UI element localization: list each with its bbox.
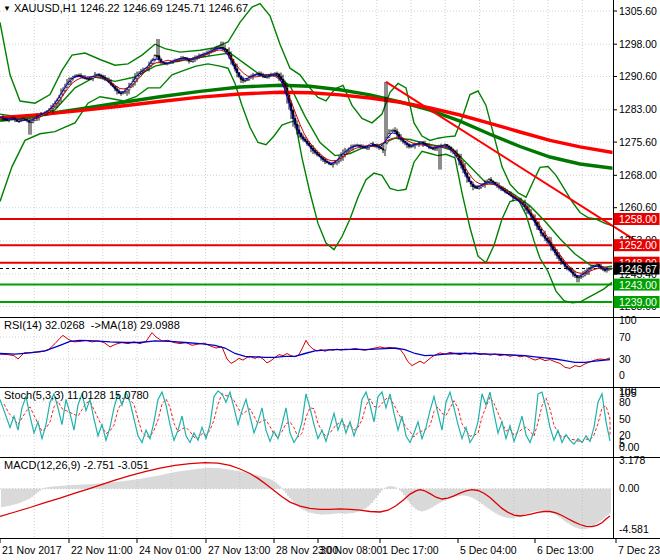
svg-text:50: 50 bbox=[619, 413, 631, 425]
svg-text:1260.60: 1260.60 bbox=[619, 201, 657, 213]
stoch-indicator-label: Stoch(5,3,3) 11.0128 15.0780 bbox=[4, 389, 149, 401]
svg-text:22 Nov 11:00: 22 Nov 11:00 bbox=[71, 544, 133, 556]
svg-text:0.00: 0.00 bbox=[619, 482, 640, 494]
price-badge-1252.00[interactable]: 1252.00 bbox=[614, 239, 660, 251]
price-badge-1243.00[interactable]: 1243.00 bbox=[614, 279, 660, 291]
svg-text:3.178: 3.178 bbox=[619, 454, 645, 466]
symbol-ohlc-text: XAUUSD,H1 1246.22 1246.69 1245.71 1246.6… bbox=[14, 2, 248, 14]
svg-text:1268.00: 1268.00 bbox=[619, 169, 657, 181]
svg-text:0.00: 0.00 bbox=[619, 441, 640, 453]
svg-text:7 Dec 23:00: 7 Dec 23:00 bbox=[618, 544, 660, 556]
chart-canvas[interactable]: 1305.601298.001290.601283.001275.601268.… bbox=[0, 0, 660, 560]
svg-text:1275.60: 1275.60 bbox=[619, 136, 657, 148]
price-badge-1239.00[interactable]: 1239.00 bbox=[614, 296, 660, 308]
svg-text:100: 100 bbox=[619, 314, 637, 326]
mt4-chart-window: { "header": { "symbol_ohlc": "XAUUSD,H1 … bbox=[0, 0, 660, 560]
svg-text:1239.00: 1239.00 bbox=[619, 296, 657, 308]
svg-text:-4.581: -4.581 bbox=[619, 523, 649, 535]
svg-text:1246.67: 1246.67 bbox=[619, 263, 657, 275]
svg-text:1298.00: 1298.00 bbox=[619, 38, 657, 50]
svg-text:1243.00: 1243.00 bbox=[619, 279, 657, 291]
svg-text:5 Dec 04:00: 5 Dec 04:00 bbox=[460, 544, 517, 556]
svg-text:30 Nov 08:00: 30 Nov 08:00 bbox=[320, 544, 383, 556]
svg-text:6 Dec 13:00: 6 Dec 13:00 bbox=[537, 544, 594, 556]
symbol-dropdown-icon[interactable]: ▼ bbox=[3, 4, 11, 13]
svg-text:0: 0 bbox=[619, 369, 625, 381]
svg-text:1252.00: 1252.00 bbox=[619, 239, 657, 251]
svg-text:1 Dec 17:00: 1 Dec 17:00 bbox=[382, 544, 439, 556]
rsi-indicator-label: RSI(14) 32.0268 ->MA(18) 29.0988 bbox=[4, 319, 180, 331]
svg-text:70: 70 bbox=[619, 331, 631, 343]
svg-text:27 Nov 13:00: 27 Nov 13:00 bbox=[208, 544, 271, 556]
svg-text:1305.60: 1305.60 bbox=[619, 5, 657, 17]
price-badge-1246.67[interactable]: 1246.67 bbox=[614, 263, 660, 275]
svg-text:21 Nov 2017: 21 Nov 2017 bbox=[2, 544, 62, 556]
svg-text:1258.00: 1258.00 bbox=[619, 213, 657, 225]
svg-text:1290.60: 1290.60 bbox=[619, 70, 657, 82]
svg-text:1283.00: 1283.00 bbox=[619, 103, 657, 115]
svg-text:80: 80 bbox=[619, 396, 631, 408]
price-badge-1258.00[interactable]: 1258.00 bbox=[614, 213, 660, 225]
symbol-header: ▼XAUUSD,H1 1246.22 1246.69 1245.71 1246.… bbox=[3, 2, 248, 15]
chart-background bbox=[0, 0, 660, 560]
svg-text:24 Nov 01:00: 24 Nov 01:00 bbox=[139, 544, 202, 556]
macd-indicator-label: MACD(12,26,9) -2.751 -3.051 bbox=[4, 459, 149, 471]
svg-text:30: 30 bbox=[619, 353, 631, 365]
